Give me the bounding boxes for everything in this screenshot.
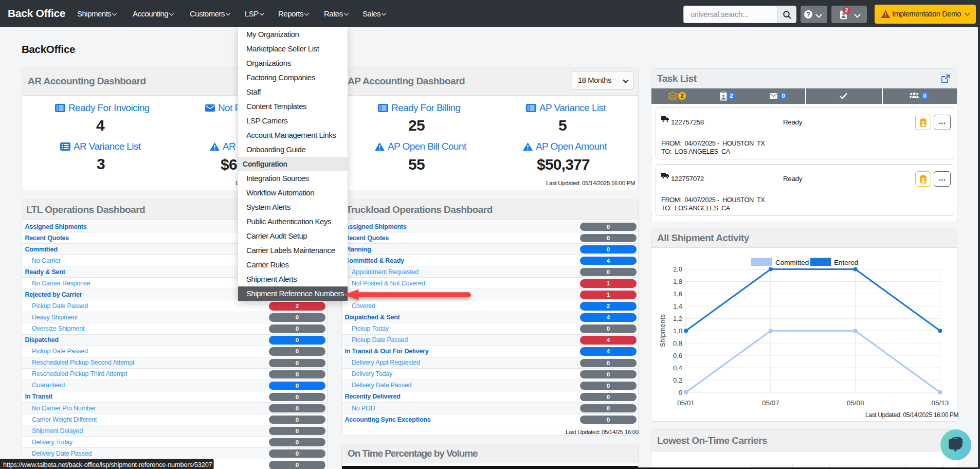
svg-text:0,6: 0,6 bbox=[673, 352, 682, 359]
svg-text:05/13: 05/13 bbox=[932, 399, 949, 407]
svg-text:05/08: 05/08 bbox=[847, 399, 864, 407]
svg-text:05/01: 05/01 bbox=[677, 399, 695, 407]
svg-text:0,2: 0,2 bbox=[673, 376, 682, 384]
svg-text:1,0: 1,0 bbox=[673, 327, 682, 335]
svg-text:1,8: 1,8 bbox=[673, 278, 682, 285]
svg-text:Committed: Committed bbox=[775, 259, 809, 266]
svg-text:1,6: 1,6 bbox=[673, 290, 682, 298]
svg-text:Shipments: Shipments bbox=[659, 314, 666, 347]
svg-text:05/07: 05/07 bbox=[762, 399, 779, 407]
svg-text:1,2: 1,2 bbox=[673, 315, 682, 322]
svg-text:Entered: Entered bbox=[834, 259, 858, 266]
svg-text:0,4: 0,4 bbox=[673, 364, 682, 372]
svg-text:0: 0 bbox=[679, 389, 682, 396]
svg-text:2,0: 2,0 bbox=[673, 265, 682, 273]
svg-text:1,4: 1,4 bbox=[673, 302, 682, 310]
svg-text:0,8: 0,8 bbox=[673, 339, 682, 347]
